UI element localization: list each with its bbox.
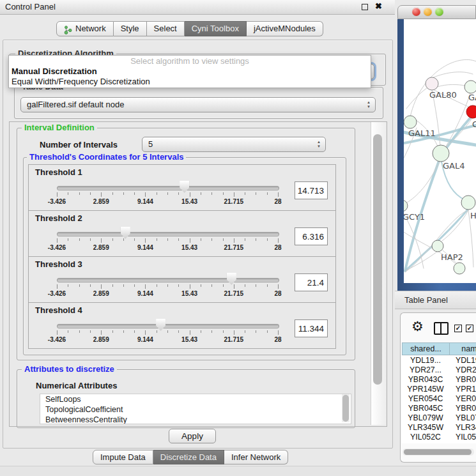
threshold-row: Threshold 4 11.344 -3.4262.8599.14415.43… (28, 302, 336, 349)
attribute-item[interactable]: BetweennessCentrality (40, 415, 351, 424)
threshold-value-field[interactable]: 14.713 (295, 181, 328, 199)
column-header-name[interactable]: name (449, 342, 476, 355)
spinner-arrows-icon: ▲▼ (317, 140, 321, 149)
slider-thumb[interactable] (180, 181, 189, 193)
slider-track[interactable] (57, 278, 279, 282)
table-row[interactable]: YDR27... YDR27... (402, 365, 476, 375)
name-cell: YBR043C (449, 375, 476, 385)
numerical-attributes-list[interactable]: SelfLoopsTopologicalCoefficientBetweenne… (40, 394, 351, 424)
split-columns-icon[interactable] (434, 322, 449, 335)
tab-style[interactable]: Style (114, 21, 147, 36)
float-window-icon[interactable] (362, 4, 368, 10)
zoom-traffic-light-icon[interactable] (435, 8, 443, 16)
slider-tick (201, 330, 201, 333)
slider-tick (123, 238, 124, 241)
network-node[interactable] (404, 200, 408, 211)
shared-name-cell: YBL079W (402, 413, 449, 423)
dropdown-item-manual-discretization[interactable]: Manual Discretization (9, 66, 371, 77)
slider-track[interactable] (57, 186, 279, 190)
tab-infer-network[interactable]: Infer Network (224, 450, 288, 464)
slider-tick (267, 284, 268, 287)
network-edge[interactable] (437, 84, 465, 87)
network-node[interactable] (433, 145, 449, 162)
network-node[interactable] (426, 77, 438, 90)
network-node[interactable] (466, 105, 476, 118)
combobox-arrows-icon: ▲▼ (367, 100, 371, 109)
shared-name-cell: YDR27... (402, 365, 449, 375)
table-row[interactable]: YBL079W YBL079W (402, 413, 476, 423)
slider-thumb[interactable] (121, 227, 130, 239)
network-edge[interactable] (407, 161, 440, 203)
threshold-label: Threshold 4 (35, 305, 82, 315)
attributes-scrollbar-thumb[interactable] (342, 395, 349, 422)
slider-tick (79, 238, 80, 241)
network-node[interactable] (404, 116, 417, 128)
slider-tick-label: 2.859 (93, 244, 109, 251)
slider-tick (79, 284, 80, 287)
name-cell: YDL19... (449, 356, 476, 365)
table-row[interactable]: YBR045C YBR045C (402, 404, 476, 413)
slider-tick (112, 284, 113, 287)
network-node[interactable] (432, 240, 443, 252)
checkbox-icon[interactable]: ✓ (454, 325, 462, 332)
tab-impute-data[interactable]: Impute Data (93, 450, 153, 464)
threshold-value-field[interactable]: 21.4 (295, 273, 328, 291)
shared-name-cell: YIL052C (402, 433, 449, 442)
network-edge[interactable] (446, 93, 470, 146)
close-traffic-light-icon[interactable] (412, 8, 420, 16)
top-tab-bar: Network Style Select Cyni Toolbox jActiv… (56, 21, 323, 36)
gear-icon[interactable]: ⚙ (411, 319, 424, 334)
slider-tick (256, 284, 256, 287)
shared-name-cell: YBR043C (402, 375, 449, 385)
table-data-combobox[interactable]: galFiltered.sif default node ▲▼ (20, 97, 376, 112)
table-row[interactable]: YBR043C YBR043C (402, 375, 476, 385)
minimize-traffic-light-icon[interactable] (424, 8, 432, 16)
network-node[interactable] (461, 196, 475, 210)
network-canvas-svg: GAL80GACGAL11GAL4GCY1HHAP2 (404, 19, 476, 283)
column-header-shared-name[interactable]: shared... (402, 342, 450, 355)
slider-thumb[interactable] (227, 273, 236, 285)
bottom-tab-bar: Impute Data Discretize Data Infer Networ… (93, 450, 288, 464)
tab-network[interactable]: Network (56, 21, 114, 36)
table-row[interactable]: YIL052C YIL052C (402, 433, 476, 442)
slider-thumb[interactable] (156, 319, 165, 331)
close-icon[interactable]: ✖ (375, 1, 382, 11)
table-row[interactable]: YPR145W YPR145W (402, 385, 476, 394)
tab-network-label: Network (75, 21, 106, 36)
slider-tick-label: -3.426 (48, 290, 66, 297)
network-node[interactable] (464, 81, 476, 93)
table-row[interactable]: YLR345W YLR345W (402, 423, 476, 433)
tab-cyni-toolbox[interactable]: Cyni Toolbox (185, 21, 247, 36)
table-row[interactable]: YDL19... YDL19... (402, 356, 476, 365)
apply-button[interactable]: Apply (169, 429, 216, 443)
tab-discretize-data[interactable]: Discretize Data (153, 450, 224, 464)
table-row[interactable]: YER054C YER054C (402, 394, 476, 404)
shared-name-cell: YDL19... (402, 356, 449, 365)
slider-tick (123, 330, 124, 333)
name-cell: YER054C (449, 394, 476, 404)
slider-tick-label: 15.43 (181, 244, 197, 251)
attribute-item[interactable]: TopologicalCoefficient (40, 404, 351, 415)
number-of-intervals-spinner[interactable]: 5 ▲▼ (142, 137, 326, 152)
tab-jactivemnodules[interactable]: jActiveMNodules (247, 21, 323, 36)
slider-track[interactable] (57, 232, 279, 236)
vertical-scrollbar-thumb[interactable] (373, 134, 382, 385)
dropdown-placeholder-item[interactable]: Select algorithm to view settings (9, 56, 371, 66)
slider-tick (278, 330, 279, 335)
slider-tick (178, 238, 179, 241)
threshold-value-field[interactable]: 11.344 (295, 319, 328, 337)
network-view-canvas[interactable]: GAL80GACGAL11GAL4GCY1HHAP2 (404, 19, 476, 283)
network-node[interactable] (454, 263, 465, 274)
checkbox-icon[interactable]: ✓ (466, 325, 473, 332)
dropdown-item-equal-width-frequency[interactable]: Equal Width/Frequency Discretization (9, 77, 371, 87)
name-cell: YBR045C (449, 404, 476, 413)
tab-infer-network-label: Infer Network (231, 450, 280, 464)
network-edge[interactable] (432, 72, 473, 78)
node-label: GAL11 (408, 128, 436, 138)
slider-track[interactable] (57, 324, 279, 328)
tab-select[interactable]: Select (147, 21, 185, 36)
threshold-value-field[interactable]: 6.316 (295, 227, 328, 245)
attribute-item[interactable]: SelfLoops (40, 394, 351, 404)
horizontal-scrollbar-thumb[interactable] (404, 449, 472, 455)
slider-tick (234, 330, 234, 335)
